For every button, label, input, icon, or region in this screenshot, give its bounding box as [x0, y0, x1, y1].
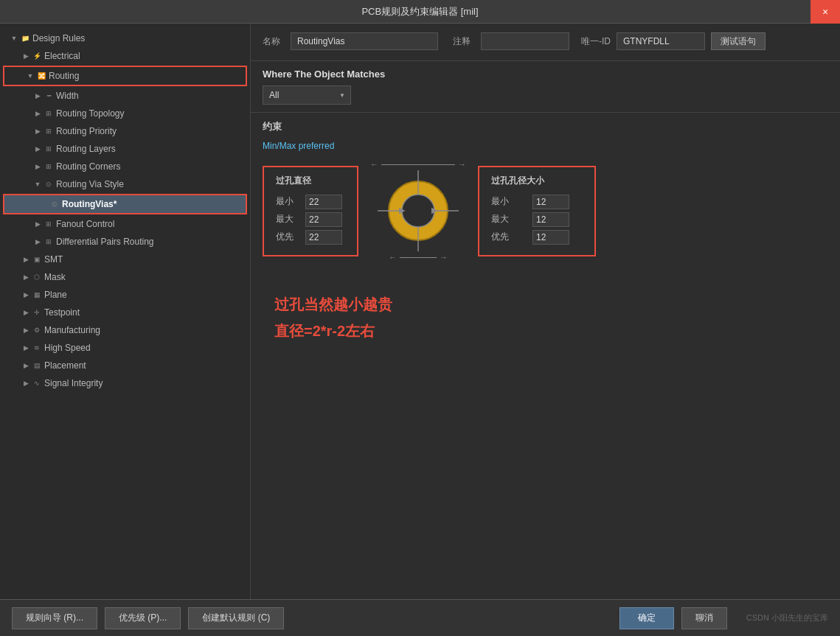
sidebar-item-label: Mask — [44, 270, 66, 284]
sidebar-item-label: Routing Layers — [56, 141, 116, 156]
sidebar-item-label: Manufacturing — [44, 323, 100, 338]
expand-icon: ▼ — [32, 179, 43, 189]
watermark: CSDN 小阳先生的宝库 — [746, 612, 828, 623]
svg-point-1 — [402, 195, 434, 227]
sidebar-item-label: Electrical — [44, 49, 80, 63]
comment-label: 注释 — [453, 35, 475, 48]
close-icon: × — [822, 6, 828, 18]
confirm-button[interactable]: 确定 — [619, 607, 674, 629]
priority-icon: ⊞ — [43, 125, 55, 137]
sidebar-item-manufacturing[interactable]: ▶ ⚙ Manufacturing — [0, 321, 250, 339]
sidebar-item-routing-priority[interactable]: ▶ ⊞ Routing Priority — [0, 122, 250, 140]
hole-min-input[interactable] — [305, 195, 342, 209]
size-min-input[interactable] — [532, 195, 569, 209]
sidebar-item-plane[interactable]: ▶ ▦ Plane — [0, 286, 250, 304]
sidebar-item-routing-topology[interactable]: ▶ ⊞ Routing Topology — [0, 105, 250, 122]
topology-icon: ⊞ — [43, 108, 55, 119]
content-area: 名称 注释 唯一-ID 测试语句 Where The Object Matche… — [251, 24, 840, 599]
size-prefer-input[interactable] — [532, 230, 569, 245]
placement-icon: ▤ — [31, 360, 43, 371]
constraint-title: 约束 — [263, 120, 828, 133]
via-size-box: 过孔孔径大小 最小 最大 优先 — [478, 166, 596, 256]
expand-icon: ▶ — [21, 254, 31, 265]
expand-icon: ▶ — [32, 144, 43, 154]
match-dropdown[interactable]: All Net Net Class Layer — [263, 85, 351, 105]
sidebar: ▼ 📁 Design Rules ▶ ⚡ Electrical ▼ 🔀 Rout… — [0, 24, 251, 599]
smt-icon: ▣ — [31, 254, 43, 265]
title-bar: PCB规则及约束编辑器 [mil] × — [0, 0, 840, 24]
cancel-button[interactable]: 聊消 — [681, 607, 727, 629]
layers-icon: ⊞ — [43, 143, 55, 155]
max-label: 最大 — [276, 213, 296, 226]
expand-icon: ▶ — [21, 343, 31, 353]
test-sentence-button[interactable]: 测试语句 — [711, 32, 766, 50]
title-text: PCB规则及约束编辑器 [mil] — [361, 5, 478, 18]
via-icon: ⊙ — [49, 198, 60, 210]
via-visual: ← → — [370, 160, 466, 262]
expand-icon: ▶ — [21, 307, 31, 318]
sidebar-item-design-rules[interactable]: ▼ 📁 Design Rules — [0, 29, 250, 47]
sidebar-item-label: Routing Corners — [56, 159, 120, 174]
rules-wizard-button[interactable]: 规则向导 (R)... — [12, 607, 97, 629]
signal-icon: ∿ — [31, 377, 43, 389]
size-prefer-label: 优先 — [491, 231, 512, 243]
sidebar-item-diff-pairs[interactable]: ▶ ⊞ Differential Pairs Routing — [0, 233, 250, 251]
expand-icon: ▶ — [21, 272, 31, 282]
size-max-input[interactable] — [532, 212, 569, 227]
sidebar-item-mask[interactable]: ▶ ⬡ Mask — [0, 268, 250, 286]
close-button[interactable]: × — [811, 0, 840, 24]
annotation-text: 过孔当然越小越贵 直径=2*r-2左右 — [263, 291, 828, 344]
sidebar-item-label: High Speed — [44, 340, 91, 355]
expand-icon: ▶ — [32, 237, 43, 247]
annotation-line2: 直径=2*r-2左右 — [274, 318, 828, 344]
sidebar-item-electrical[interactable]: ▶ ⚡ Electrical — [0, 47, 250, 65]
sidebar-item-testpoint[interactable]: ▶ ✛ Testpoint — [0, 304, 250, 321]
sidebar-item-routing-corners[interactable]: ▶ ⊞ Routing Corners — [0, 158, 250, 175]
sidebar-item-fanout[interactable]: ▶ ⊞ Fanout Control — [0, 215, 250, 233]
sidebar-item-label: Routing — [49, 69, 79, 83]
routing-icon: 🔀 — [35, 70, 47, 82]
via-svg — [378, 170, 459, 251]
name-input[interactable] — [291, 32, 438, 50]
sidebar-item-label: RoutingVias* — [62, 197, 117, 212]
sidebar-item-high-speed[interactable]: ▶ ≋ High Speed — [0, 339, 250, 357]
sidebar-item-label: Routing Via Style — [56, 177, 124, 192]
testpoint-icon: ✛ — [31, 307, 43, 318]
sidebar-item-label: Width — [56, 88, 79, 103]
where-matches-section: Where The Object Matches All Net Net Cla… — [251, 61, 840, 113]
sidebar-item-label: Design Rules — [32, 31, 85, 46]
where-title: Where The Object Matches — [263, 69, 828, 80]
hole-prefer-input[interactable] — [305, 230, 342, 245]
fanout-icon: ⊞ — [43, 218, 55, 230]
sidebar-item-smt[interactable]: ▶ ▣ SMT — [0, 251, 250, 268]
bottom-bar: 规则向导 (R)... 优先级 (P)... 创建默认规则 (C) 确定 聊消 … — [0, 599, 840, 636]
comment-input[interactable] — [481, 32, 569, 50]
electrical-icon: ⚡ — [31, 50, 43, 62]
expand-icon: ▶ — [21, 290, 31, 300]
sidebar-item-routing[interactable]: ▼ 🔀 Routing — [4, 67, 246, 85]
min-label: 最小 — [276, 195, 296, 208]
expand-icon: ▶ — [21, 51, 31, 61]
sidebar-item-width[interactable]: ▶ ━ Width — [0, 87, 250, 105]
sidebar-item-routing-layers[interactable]: ▶ ⊞ Routing Layers — [0, 140, 250, 158]
sidebar-item-routing-vias[interactable]: ⊙ RoutingVias* — [4, 195, 246, 213]
via-style-icon: ⊙ — [43, 178, 55, 190]
via-hole-box: 过孔直径 最小 最大 优先 — [263, 166, 358, 256]
expand-icon: ▼ — [25, 71, 35, 81]
hole-max-input[interactable] — [305, 212, 342, 227]
expand-icon: ▶ — [32, 219, 43, 229]
size-min-label: 最小 — [491, 195, 512, 208]
priority-button[interactable]: 优先级 (P)... — [105, 607, 181, 629]
sidebar-item-label: Testpoint — [44, 305, 80, 320]
content-header: 名称 注释 唯一-ID 测试语句 — [251, 24, 840, 61]
sidebar-item-label: Routing Topology — [56, 106, 125, 121]
high-speed-icon: ≋ — [31, 342, 43, 354]
size-max-label: 最大 — [491, 213, 512, 226]
sidebar-item-routing-via-style[interactable]: ▼ ⊙ Routing Via Style — [0, 175, 250, 193]
sidebar-item-placement[interactable]: ▶ ▤ Placement — [0, 357, 250, 374]
unique-id-input[interactable] — [617, 32, 705, 50]
create-default-button[interactable]: 创建默认规则 (C) — [188, 607, 284, 629]
sidebar-item-signal-integrity[interactable]: ▶ ∿ Signal Integrity — [0, 374, 250, 392]
sidebar-item-label: Placement — [44, 358, 86, 373]
diff-icon: ⊞ — [43, 236, 55, 248]
